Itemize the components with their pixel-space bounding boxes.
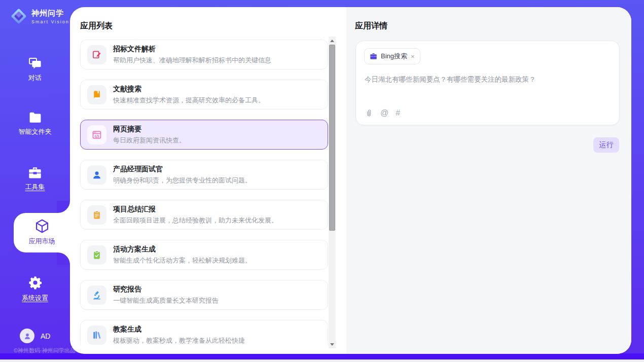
app-card[interactable]: 产品经理面试官 明确身份和职责，为您提供专业性的面试问题。 (80, 160, 328, 190)
sidebar-item-toolset[interactable]: 工具集 (0, 166, 70, 192)
user-initials: AD (41, 332, 50, 340)
app-list-title: 应用列表 (80, 21, 113, 31)
gear-icon (28, 275, 43, 290)
scrollbar-thumb[interactable] (329, 45, 335, 231)
diamond-logo-icon (9, 7, 28, 26)
mention-icon[interactable]: @ (380, 108, 388, 118)
avatar[interactable] (20, 329, 34, 343)
app-name: 项目总结汇报 (113, 205, 278, 214)
microscope-icon (87, 285, 106, 305)
app-description: 快速精准查找学术资源，提高研究效率的必备工具。 (113, 96, 265, 105)
tool-tag-label: Bing搜索 (381, 52, 407, 61)
run-button[interactable]: 运行 (593, 137, 619, 153)
toolbox-icon (28, 166, 42, 179)
app-detail-panel: 应用详情 Bing搜索 × 今日湖北有哪些新闻要点？有哪些需要关注的最新政策？ (346, 7, 631, 354)
app-card[interactable]: 教案生成 模板驱动，教案秒成，教学准备从此轻松快捷 (80, 320, 328, 345)
main-content: 应用列表 招标文件解析 帮助用户快速、准确地理解和解析招标书中的关键信息 文献搜… (70, 7, 631, 354)
app-window: 神州问学 Smart Vision 对话 智能文件夹 (0, 0, 644, 362)
app-name: 活动方案生成 (113, 245, 252, 254)
brand-logo: 神州问学 Smart Vision (9, 7, 69, 26)
folder-icon (28, 112, 42, 124)
sidebar: 神州问学 Smart Vision 对话 智能文件夹 (0, 0, 70, 359)
briefcase-icon (370, 53, 377, 60)
app-description: 每日政府新闻资讯快查。 (113, 136, 186, 145)
app-name: 研究报告 (113, 285, 219, 294)
sidebar-item-settings[interactable]: 系统设置 (0, 275, 70, 303)
paperclip-icon[interactable] (365, 108, 373, 118)
app-detail-title: 应用详情 (355, 21, 387, 31)
sidebar-item-label: 应用市场 (14, 237, 70, 246)
app-description: 模板驱动，教案秒成，教学准备从此轻松快捷 (113, 336, 245, 345)
app-card[interactable]: 网页摘要 每日政府新闻资讯快查。 (80, 120, 328, 150)
sidebar-item-label: 系统设置 (0, 294, 70, 303)
copyright-footer: ©神州数码·神州问学出品 (14, 347, 76, 354)
tool-tag-close-icon[interactable]: × (411, 53, 415, 60)
app-list-scrollbar[interactable] (329, 37, 336, 348)
books-icon (87, 325, 106, 345)
tab-fillet-top (57, 201, 70, 213)
prompt-question-text[interactable]: 今日湖北有哪些新闻要点？有哪些需要关注的最新政策？ (365, 75, 608, 85)
app-card[interactable]: 研究报告 一键智能生成高质量长文本研究报告 (80, 280, 328, 310)
app-description: 一键智能生成高质量长文本研究报告 (113, 296, 219, 305)
scroll-up-arrow-icon[interactable] (329, 38, 336, 44)
app-name: 教案生成 (113, 325, 245, 334)
tool-tag-bing-search[interactable]: Bing搜索 × (364, 48, 420, 64)
clipboard-icon (87, 205, 106, 225)
brand-tagline: Smart Vision (31, 19, 69, 24)
sidebar-item-label: 对话 (0, 74, 70, 83)
brand-name: 神州问学 (31, 9, 69, 18)
app-name: 网页摘要 (113, 125, 186, 134)
sidebar-item-chat[interactable]: 对话 (0, 57, 70, 83)
app-name: 文献搜索 (113, 85, 265, 94)
app-card[interactable]: 招标文件解析 帮助用户快速、准确地理解和解析招标书中的关键信息 (80, 40, 328, 69)
book-icon (87, 85, 106, 104)
clipboard-check-icon (87, 245, 106, 265)
cube-icon (34, 218, 50, 234)
app-description: 智能生成个性化活动方案，轻松解决规划难题。 (113, 256, 252, 265)
sidebar-item-label: 工具集 (0, 183, 70, 192)
person-icon (87, 165, 106, 185)
app-list: 招标文件解析 帮助用户快速、准确地理解和解析招标书中的关键信息 文献搜索 快速精… (80, 40, 329, 345)
app-card[interactable]: 文献搜索 快速精准查找学术资源，提高研究效率的必备工具。 (80, 80, 328, 110)
sidebar-item-label: 智能文件夹 (0, 127, 70, 136)
app-name: 产品经理面试官 (113, 165, 252, 174)
person-avatar-icon (23, 332, 31, 340)
doc-edit-icon (87, 45, 106, 64)
bottom-accent-bar (0, 353, 644, 359)
sidebar-item-smart-folder[interactable]: 智能文件夹 (0, 112, 70, 136)
app-name: 招标文件解析 (113, 45, 271, 54)
app-card[interactable]: 项目总结汇报 全面回顾项目进展，总结经验教训，助力未来优化发展。 (80, 200, 328, 230)
app-card[interactable]: 活动方案生成 智能生成个性化活动方案，轻松解决规划难题。 (80, 240, 328, 270)
chat-icon (28, 57, 42, 70)
prompt-card: Bing搜索 × 今日湖北有哪些新闻要点？有哪些需要关注的最新政策？ @ # (355, 41, 620, 125)
sidebar-item-app-market[interactable]: 应用市场 (14, 213, 70, 252)
scroll-down-arrow-icon[interactable] (329, 341, 336, 347)
app-description: 帮助用户快速、准确地理解和解析招标书中的关键信息 (113, 56, 271, 65)
app-description: 全面回顾项目进展，总结经验教训，助力未来优化发展。 (113, 216, 278, 225)
browser-code-icon (87, 125, 106, 144)
user-account[interactable]: AD (20, 329, 50, 343)
topic-hash-icon[interactable]: # (396, 108, 400, 118)
tab-fillet-bottom (57, 252, 70, 265)
app-description: 明确身份和职责，为您提供专业性的面试问题。 (113, 176, 252, 185)
